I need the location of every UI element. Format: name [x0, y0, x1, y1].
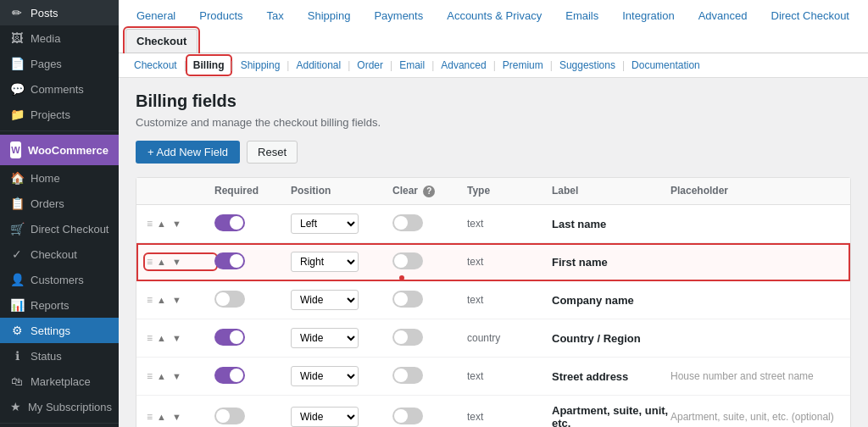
top-tabs: General Products Tax Shipping Payments A…	[119, 0, 868, 53]
position-select[interactable]: LeftRightWide	[291, 407, 359, 427]
clear-toggle-apartment[interactable]	[392, 408, 460, 427]
clear-toggle[interactable]	[392, 329, 423, 346]
position-select[interactable]: LeftRightWide	[291, 214, 359, 234]
clear-toggle-first-name[interactable]	[392, 252, 460, 272]
sidebar-item-subscriptions[interactable]: ★ My Subscriptions	[0, 394, 119, 419]
sidebar-item-home[interactable]: 🏠 Home	[0, 165, 119, 191]
position-cell-street[interactable]: LeftRightWide	[291, 366, 392, 386]
sidebar-item-comments[interactable]: 💬 Comments	[0, 76, 119, 102]
clear-toggle[interactable]	[392, 291, 423, 308]
move-up-button[interactable]: ▲	[155, 371, 168, 382]
clear-toggle-country[interactable]	[392, 329, 460, 348]
position-select[interactable]: LeftRightWide	[291, 366, 359, 386]
drag-handle-icon[interactable]: ≡	[147, 256, 153, 268]
move-down-button[interactable]: ▼	[170, 257, 183, 268]
sidebar-item-posts[interactable]: ✏ Posts	[0, 0, 119, 25]
tab-payments[interactable]: Payments	[363, 3, 434, 27]
drag-handle-icon[interactable]: ≡	[147, 370, 153, 382]
woo-header[interactable]: W WooCommerce	[0, 135, 119, 165]
tab-integration[interactable]: Integration	[611, 3, 685, 27]
subtab-order[interactable]: Order	[352, 57, 388, 74]
position-cell-last-name[interactable]: LeftRightWide	[291, 214, 392, 234]
position-cell-company[interactable]: LeftRightWide	[291, 290, 392, 310]
position-select[interactable]: LeftRightWide	[291, 252, 359, 272]
subtab-advanced[interactable]: Advanced	[436, 57, 491, 74]
sidebar-item-settings[interactable]: ⚙ Settings	[0, 318, 119, 343]
subtab-additional[interactable]: Additional	[291, 57, 346, 74]
required-toggle-company[interactable]	[214, 291, 291, 310]
required-toggle[interactable]	[214, 367, 245, 384]
billing-fields-table: Required Position Clear ? Type Label Pla…	[136, 177, 851, 427]
subtab-suggestions[interactable]: Suggestions	[554, 57, 620, 74]
drag-handle-icon[interactable]: ≡	[147, 218, 153, 230]
required-toggle-country[interactable]	[214, 329, 291, 348]
required-toggle[interactable]	[214, 214, 245, 231]
required-toggle[interactable]	[214, 408, 245, 424]
required-toggle-street[interactable]	[214, 367, 291, 386]
sidebar-item-projects[interactable]: 📁 Projects	[0, 102, 119, 127]
sidebar-item-reports[interactable]: 📊 Reports	[0, 292, 119, 318]
label-cell-apartment: Apartment, suite, unit, etc.	[552, 404, 670, 427]
tab-direct-checkout[interactable]: Direct Checkout	[760, 3, 860, 27]
required-toggle[interactable]	[214, 291, 245, 308]
tab-shipping[interactable]: Shipping	[297, 3, 362, 27]
move-down-button[interactable]: ▼	[170, 219, 183, 230]
reset-button[interactable]: Reset	[247, 141, 298, 164]
sidebar-item-pages[interactable]: 📄 Pages	[0, 51, 119, 76]
subtab-premium[interactable]: Premium	[498, 57, 548, 74]
drag-handle-icon[interactable]: ≡	[147, 411, 153, 423]
sidebar-item-checkout[interactable]: ✓ Checkout	[0, 241, 119, 267]
drag-handle-icon[interactable]: ≡	[147, 294, 153, 306]
subtab-email[interactable]: Email	[394, 57, 430, 74]
required-toggle-last-name[interactable]	[214, 214, 291, 234]
subtab-billing[interactable]: Billing	[188, 57, 230, 74]
clear-toggle-company[interactable]	[392, 291, 460, 310]
tab-products[interactable]: Products	[188, 3, 253, 27]
position-cell-apartment[interactable]: LeftRightWide	[291, 407, 392, 427]
subtab-documentation[interactable]: Documentation	[626, 57, 705, 74]
clear-toggle-last-name[interactable]	[392, 214, 460, 234]
move-down-button[interactable]: ▼	[170, 333, 183, 344]
move-down-button[interactable]: ▼	[170, 295, 183, 306]
tab-tax[interactable]: Tax	[256, 3, 295, 27]
required-toggle[interactable]	[214, 252, 245, 269]
sidebar-item-customers[interactable]: 👤 Customers	[0, 267, 119, 292]
tab-accounts-privacy[interactable]: Accounts & Privacy	[436, 3, 553, 27]
move-up-button[interactable]: ▲	[155, 295, 168, 306]
subtab-shipping[interactable]: Shipping	[236, 57, 286, 74]
sidebar-item-marketplace[interactable]: 🛍 Marketplace	[0, 369, 119, 394]
position-cell-country[interactable]: LeftRightWide	[291, 328, 392, 348]
tab-advanced[interactable]: Advanced	[687, 3, 759, 27]
sidebar-item-direct-checkout[interactable]: 🛒 Direct Checkout	[0, 216, 119, 241]
clear-toggle[interactable]	[392, 367, 423, 384]
clear-toggle[interactable]	[392, 408, 423, 424]
drag-handle-icon[interactable]: ≡	[147, 332, 153, 344]
move-down-button[interactable]: ▼	[170, 371, 183, 382]
table-row: ≡ ▲ ▼ LeftRightWide text Company nam	[136, 281, 850, 319]
sidebar-item-media[interactable]: 🖼 Media	[0, 25, 119, 51]
position-select[interactable]: LeftRightWide	[291, 290, 359, 310]
clear-toggle[interactable]	[392, 214, 423, 231]
position-select[interactable]: LeftRightWide	[291, 328, 359, 348]
required-toggle-first-name[interactable]	[214, 252, 291, 272]
move-up-button[interactable]: ▲	[155, 257, 168, 268]
table-row: ≡ ▲ ▼ LeftRightWide text Street addr	[136, 358, 850, 396]
sidebar-item-status[interactable]: ℹ Status	[0, 343, 119, 369]
move-up-button[interactable]: ▲	[155, 219, 168, 230]
tab-emails[interactable]: Emails	[554, 3, 609, 27]
move-down-button[interactable]: ▼	[170, 412, 183, 423]
clear-toggle-street[interactable]	[392, 367, 460, 386]
tab-checkout[interactable]: Checkout	[125, 29, 198, 53]
move-up-button[interactable]: ▲	[155, 412, 168, 423]
required-toggle[interactable]	[214, 329, 245, 346]
type-cell-apartment: text	[467, 411, 552, 423]
sidebar-item-orders[interactable]: 📋 Orders	[0, 191, 119, 216]
move-up-button[interactable]: ▲	[155, 333, 168, 344]
marketplace-icon: 🛍	[10, 374, 24, 388]
tab-general[interactable]: General	[125, 3, 186, 27]
clear-toggle[interactable]	[392, 252, 423, 269]
subtab-checkout[interactable]: Checkout	[129, 57, 182, 74]
position-cell-first-name[interactable]: LeftRightWide	[291, 252, 392, 272]
required-toggle-apartment[interactable]	[214, 408, 291, 427]
add-new-field-button[interactable]: + Add New Field	[136, 141, 240, 164]
